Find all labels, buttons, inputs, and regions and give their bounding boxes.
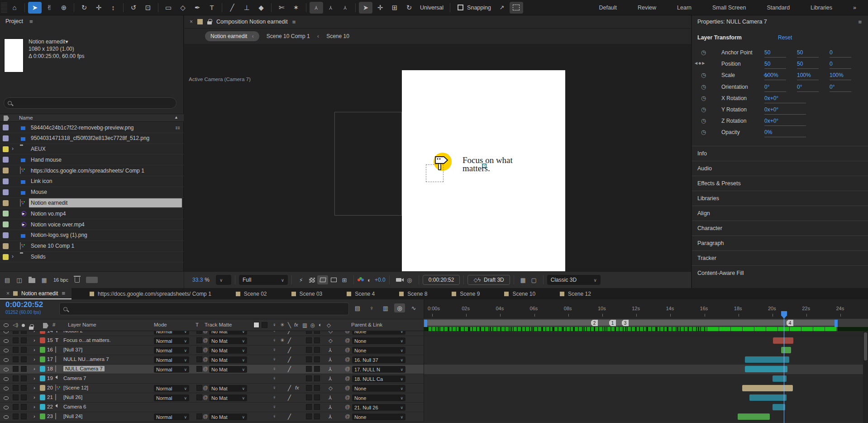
switch-box-b[interactable]	[314, 404, 320, 410]
solo-column-icon[interactable]	[22, 324, 25, 327]
pick-whip-icon[interactable]: @	[203, 385, 208, 390]
comp-marker-3[interactable]: 3	[622, 320, 629, 326]
world-axis-icon[interactable]: Y	[324, 2, 338, 14]
quality-icon[interactable]: ╱	[288, 413, 291, 420]
expand-caret-icon[interactable]: ›	[33, 356, 35, 362]
timeline-tab[interactable]: Scene 9	[445, 288, 486, 299]
matte-toggle-box[interactable]	[196, 366, 202, 372]
layer-name[interactable]: Focus o...at matters.	[63, 337, 111, 343]
selection-gizmo-icon[interactable]: ➤	[359, 2, 372, 14]
pick-whip-icon[interactable]: @	[203, 337, 208, 343]
shy-header-icon[interactable]: ♀	[272, 322, 277, 327]
layer-name[interactable]: Camera 6	[63, 404, 86, 409]
layer-name[interactable]: NULL Camera 7	[63, 366, 105, 371]
solo-toggle-box[interactable]	[21, 366, 27, 372]
workspace-tab-default[interactable]: Default	[599, 5, 617, 11]
threed-cube-icon[interactable]: ◇	[329, 331, 333, 334]
audio-toggle-box[interactable]	[13, 404, 19, 410]
project-item-row[interactable]: Notion earnedit	[0, 198, 184, 209]
transform-value[interactable]: 50	[797, 61, 819, 69]
quality-icon[interactable]: ╱	[288, 337, 291, 344]
work-area-start-bracket[interactable]	[424, 320, 427, 327]
matte-toggle-box[interactable]	[196, 337, 202, 343]
parent-link-dropdown[interactable]: None∨	[352, 413, 405, 420]
label-color-chip[interactable]	[3, 200, 9, 206]
track-matte-dropdown[interactable]: No Mat∨	[209, 347, 247, 354]
composition-viewer[interactable]: Active Camera (Camera 7) Focus on what m…	[184, 44, 691, 271]
fit-marquee-icon[interactable]	[510, 2, 523, 14]
mode-column-label[interactable]: Mode	[154, 322, 167, 327]
lock-icon[interactable]	[207, 21, 212, 24]
audio-toggle-box[interactable]	[13, 356, 19, 362]
label-color-chip[interactable]	[3, 243, 9, 249]
time-ruler[interactable]: 0:00s02s04s06s08s10s12s14s16s18s20s22s24…	[424, 299, 868, 319]
project-item-name[interactable]: Notion-logo.svg (1).png	[29, 231, 182, 240]
project-item-name[interactable]: 9504031471318_cf50f03f2e813ec7728f_512.p…	[29, 134, 182, 143]
timeline-tab[interactable]: Scene 8	[393, 288, 434, 299]
project-item-name[interactable]: Notion vo.mp4	[29, 209, 182, 218]
transform-value[interactable]: 100%	[797, 72, 819, 80]
blend-mode-dropdown[interactable]: Normal∨	[154, 337, 189, 344]
switch-box-a[interactable]	[306, 375, 312, 381]
project-flowchart-icon[interactable]: ▤	[5, 277, 10, 284]
visibility-eye-icon[interactable]	[4, 406, 9, 409]
project-item-name[interactable]: Notion voice over.mp4	[29, 220, 182, 229]
view-layout-icon[interactable]: ▦	[518, 275, 529, 284]
comp-marker-1[interactable]: 1	[609, 320, 616, 326]
label-color-chip[interactable]	[40, 413, 45, 419]
layer-row-15[interactable]: ›15TFocus o...at matters.Normal∨@No Mat∨…	[0, 336, 868, 346]
close-icon[interactable]: ×	[6, 290, 10, 297]
workspace-tab-learn[interactable]: Learn	[677, 5, 692, 11]
label-color-chip[interactable]	[3, 232, 9, 238]
switch-box-a[interactable]	[306, 413, 312, 419]
reset-button[interactable]: Reset	[778, 34, 792, 41]
null-axis-icon[interactable]: ⅄	[329, 394, 332, 401]
interpret-footage-icon[interactable]: ◫	[16, 277, 22, 284]
fx-header-icon[interactable]: fx	[294, 322, 298, 327]
quality-icon[interactable]: ╱	[288, 385, 291, 391]
t-column-label[interactable]: T	[196, 322, 199, 327]
fx-icon[interactable]: fx	[295, 385, 299, 390]
label-color-chip[interactable]	[3, 178, 9, 184]
track-matte-dropdown[interactable]: No Mat∨	[209, 413, 247, 420]
layer-row-22[interactable]: ›22Camera 6♀⅄@21. Null 26∨	[0, 403, 868, 412]
visibility-eye-icon[interactable]	[4, 339, 9, 343]
workspace-overflow-icon[interactable]: »	[853, 5, 856, 11]
null-axis-icon[interactable]: ⅄	[329, 347, 332, 353]
move-gizmo-icon[interactable]: ✛	[373, 2, 387, 14]
parent-link-dropdown[interactable]: None∨	[352, 394, 405, 401]
transform-value[interactable]: 0°	[830, 84, 851, 92]
null-axis-icon[interactable]: ⅄	[329, 404, 332, 410]
layer-row-23[interactable]: ›23[Null 24]Normal∨@No Mat∨♀╱⅄@None∨	[0, 412, 868, 422]
selection-tool-icon[interactable]: ➤	[28, 2, 42, 14]
label-color-chip[interactable]	[3, 221, 9, 227]
layer-name[interactable]: [Null 26]	[63, 394, 82, 400]
matte-toggle-box[interactable]	[196, 356, 202, 362]
home-tool-icon[interactable]: ⌂	[8, 2, 21, 14]
switch-box-b[interactable]	[314, 394, 320, 400]
shy-icon[interactable]: ♀	[272, 347, 277, 352]
audio-toggle-box[interactable]	[13, 413, 19, 419]
layer-name[interactable]: Notion 2	[63, 331, 83, 333]
transform-value[interactable]: 100%	[830, 72, 851, 80]
parent-pick-whip-icon[interactable]: @	[345, 413, 350, 419]
layer-duration-bar[interactable]	[781, 347, 791, 353]
pick-whip-icon[interactable]: @	[203, 413, 208, 419]
snapshot-icon[interactable]	[393, 275, 404, 284]
blend-mode-dropdown[interactable]: Normal∨	[154, 413, 189, 420]
project-item-row[interactable]: Mouse	[0, 187, 184, 198]
layer-row-14[interactable]: ›14TNotion 2Normal∨@No Mat∨♀╱◇@None∨	[0, 331, 868, 336]
parent-pick-whip-icon[interactable]: @	[345, 366, 350, 371]
layer-track-lane[interactable]	[424, 331, 868, 336]
hand-tool-icon[interactable]: ✌	[43, 2, 56, 14]
new-composition-icon[interactable]: ▦	[42, 277, 47, 284]
track-matte-dropdown[interactable]: No Mat∨	[209, 331, 247, 335]
pen-tool-icon[interactable]: ✒	[191, 2, 204, 14]
layer-name[interactable]: [Scene 12]	[63, 385, 88, 390]
exposure-icon[interactable]: ◐	[364, 275, 375, 284]
breadcrumb-current[interactable]: Notion earnedit ‹	[205, 31, 259, 41]
null-axis-icon[interactable]: ⅄	[329, 413, 332, 420]
expand-caret-icon[interactable]: ›	[33, 375, 35, 381]
shy-icon[interactable]: ♀	[272, 394, 277, 400]
frame-blending-icon[interactable]: ▥	[380, 303, 391, 312]
